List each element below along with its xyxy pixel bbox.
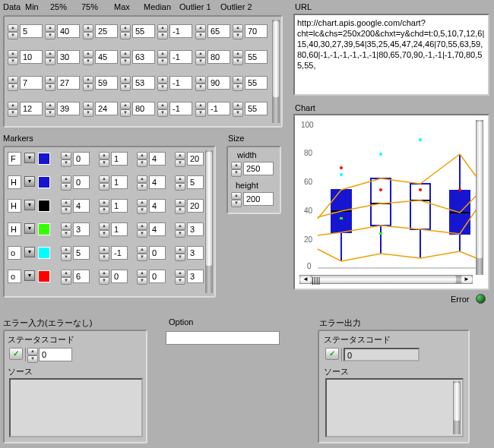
height-field[interactable]: [243, 192, 274, 206]
marker-spinner[interactable]: ▲▼: [61, 152, 71, 167]
marker-spinner[interactable]: ▲▼: [137, 222, 147, 238]
data-spinner[interactable]: ▲▼: [195, 24, 206, 39]
marker-spinner[interactable]: ▲▼: [175, 246, 185, 261]
error-in-status-spinner[interactable]: ▲▼: [27, 348, 38, 363]
error-in-check[interactable]: ✓: [9, 348, 23, 360]
marker-spinner[interactable]: ▲▼: [175, 175, 185, 191]
data-spinner[interactable]: ▲▼: [157, 50, 168, 65]
data-field[interactable]: [207, 50, 230, 64]
marker-color[interactable]: [38, 200, 50, 212]
data-spinner[interactable]: ▲▼: [233, 24, 243, 39]
marker-field[interactable]: [187, 270, 204, 283]
data-field[interactable]: [132, 76, 155, 90]
chart-vscroll[interactable]: [476, 120, 483, 275]
data-field[interactable]: [95, 24, 118, 38]
data-field[interactable]: [57, 76, 80, 90]
data-field[interactable]: [95, 76, 118, 90]
marker-field[interactable]: [73, 222, 90, 236]
data-spinner[interactable]: ▲▼: [120, 102, 131, 117]
marker-dropdown[interactable]: ▾: [24, 247, 35, 257]
chart-hscroll[interactable]: ◄ |||| ►: [299, 275, 473, 284]
option-field[interactable]: [166, 331, 280, 345]
marker-type[interactable]: [8, 246, 21, 260]
marker-field[interactable]: [73, 270, 90, 283]
marker-spinner[interactable]: ▲▼: [175, 199, 185, 214]
data-spinner[interactable]: ▲▼: [45, 24, 55, 39]
marker-spinner[interactable]: ▲▼: [175, 222, 185, 238]
data-field[interactable]: [245, 50, 268, 64]
error-in-source-box[interactable]: [9, 378, 143, 437]
data-field[interactable]: [207, 102, 230, 115]
marker-field[interactable]: [149, 152, 166, 166]
marker-field[interactable]: [73, 246, 90, 260]
height-spinner[interactable]: ▲▼: [231, 192, 242, 207]
data-field[interactable]: [169, 50, 192, 64]
data-field[interactable]: [245, 76, 268, 90]
data-field[interactable]: [132, 102, 155, 115]
marker-spinner[interactable]: ▲▼: [137, 246, 147, 261]
marker-color[interactable]: [38, 270, 50, 282]
data-spinner[interactable]: ▲▼: [83, 102, 93, 117]
marker-spinner[interactable]: ▲▼: [99, 175, 109, 191]
marker-dropdown[interactable]: ▾: [24, 270, 35, 281]
data-spinner[interactable]: ▲▼: [233, 76, 243, 91]
data-field[interactable]: [169, 76, 192, 90]
marker-spinner[interactable]: ▲▼: [99, 199, 109, 214]
data-spinner[interactable]: ▲▼: [120, 76, 131, 91]
marker-spinner[interactable]: ▲▼: [99, 152, 109, 167]
data-vscroll[interactable]: [272, 20, 280, 123]
data-field[interactable]: [245, 24, 268, 38]
data-field[interactable]: [132, 24, 155, 38]
url-text[interactable]: http://chart.apis.google.com/chart?cht=l…: [293, 14, 489, 96]
marker-type[interactable]: [8, 199, 21, 213]
marker-field[interactable]: [149, 175, 166, 189]
marker-field[interactable]: [187, 175, 204, 189]
marker-color[interactable]: [38, 153, 50, 165]
marker-field[interactable]: [111, 246, 128, 260]
marker-field[interactable]: [187, 246, 204, 260]
data-field[interactable]: [95, 50, 118, 64]
data-field[interactable]: [95, 102, 118, 115]
marker-field[interactable]: [111, 152, 128, 166]
markers-vscroll[interactable]: [205, 150, 213, 293]
data-field[interactable]: [20, 24, 43, 38]
marker-field[interactable]: [187, 199, 204, 213]
data-spinner[interactable]: ▲▼: [157, 24, 168, 39]
marker-spinner[interactable]: ▲▼: [137, 175, 147, 191]
marker-dropdown[interactable]: ▾: [24, 153, 35, 163]
data-field[interactable]: [169, 102, 192, 115]
marker-spinner[interactable]: ▲▼: [137, 152, 147, 167]
data-field[interactable]: [57, 102, 80, 115]
marker-spinner[interactable]: ▲▼: [99, 270, 109, 285]
data-spinner[interactable]: ▲▼: [195, 50, 206, 65]
data-spinner[interactable]: ▲▼: [45, 76, 55, 91]
marker-field[interactable]: [111, 175, 128, 189]
data-spinner[interactable]: ▲▼: [157, 76, 168, 91]
marker-spinner[interactable]: ▲▼: [61, 222, 71, 238]
marker-type[interactable]: [8, 175, 21, 189]
width-spinner[interactable]: ▲▼: [231, 162, 242, 177]
marker-field[interactable]: [187, 152, 204, 166]
marker-spinner[interactable]: ▲▼: [99, 246, 109, 261]
marker-field[interactable]: [149, 246, 166, 260]
data-field[interactable]: [207, 24, 230, 38]
data-spinner[interactable]: ▲▼: [233, 50, 243, 65]
data-spinner[interactable]: ▲▼: [195, 76, 206, 91]
marker-spinner[interactable]: ▲▼: [61, 270, 71, 285]
marker-type[interactable]: [8, 270, 21, 283]
data-spinner[interactable]: ▲▼: [83, 76, 93, 91]
data-spinner[interactable]: ▲▼: [83, 24, 93, 39]
data-spinner[interactable]: ▲▼: [45, 50, 55, 65]
data-spinner[interactable]: ▲▼: [195, 102, 206, 117]
error-out-check[interactable]: ✓: [325, 348, 339, 360]
data-spinner[interactable]: ▲▼: [8, 76, 18, 91]
marker-field[interactable]: [149, 270, 166, 283]
data-spinner[interactable]: ▲▼: [83, 50, 93, 65]
marker-spinner[interactable]: ▲▼: [175, 270, 185, 285]
marker-field[interactable]: [187, 222, 204, 236]
marker-spinner[interactable]: ▲▼: [175, 152, 185, 167]
marker-field[interactable]: [149, 199, 166, 213]
marker-dropdown[interactable]: ▾: [24, 200, 35, 210]
marker-spinner[interactable]: ▲▼: [61, 199, 71, 214]
data-field[interactable]: [20, 102, 43, 115]
